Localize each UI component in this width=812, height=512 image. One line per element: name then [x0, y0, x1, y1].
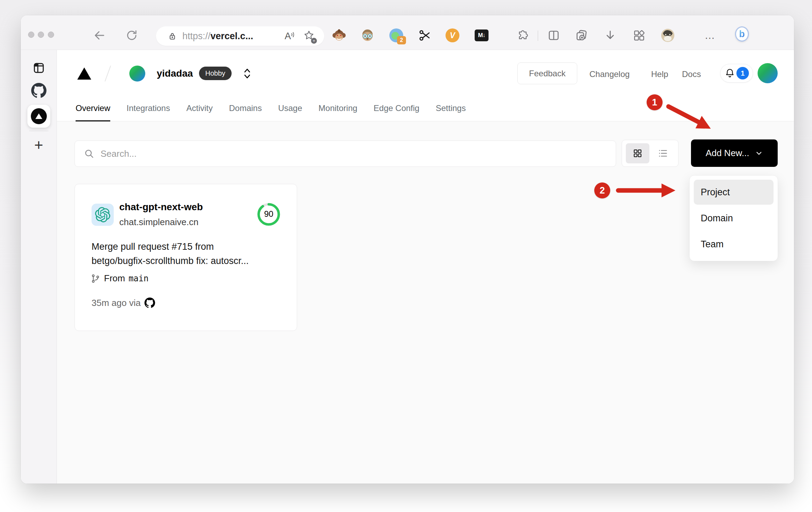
score-value: 90 [264, 209, 274, 219]
reload-button[interactable] [125, 28, 139, 42]
collections-button[interactable] [575, 28, 588, 42]
sidebar-divider [29, 131, 49, 131]
openai-logo-icon [95, 207, 110, 222]
browser-profile-button[interactable] [661, 28, 675, 42]
download-icon [604, 29, 616, 42]
notification-count-badge: 1 [736, 67, 749, 79]
bell-icon [725, 68, 735, 78]
puzzle-icon [516, 29, 528, 42]
collections-icon [575, 29, 588, 42]
extension-sloth[interactable] [361, 28, 374, 42]
star-plus-icon: + [311, 38, 317, 44]
toolbar-separator [538, 31, 538, 41]
list-view-icon [658, 148, 668, 158]
team-switcher-chevrons-icon[interactable] [243, 68, 252, 79]
project-domain[interactable]: chat.simplenaive.cn [119, 217, 198, 228]
favorite-button[interactable]: + [303, 30, 314, 42]
read-aloud-button[interactable]: A [285, 31, 295, 42]
scissors-icon [418, 29, 431, 42]
deployment-meta: 35m ago via [92, 297, 155, 308]
link-changelog[interactable]: Changelog [589, 69, 630, 79]
add-new-button[interactable]: Add New... [691, 139, 778, 167]
sidebar-github-button[interactable] [31, 83, 47, 99]
deploy-time: 35m ago via [92, 298, 141, 308]
split-screen-button[interactable] [547, 28, 561, 42]
sidebar-vercel-tab-active[interactable] [27, 105, 50, 128]
window-zoom-button[interactable] [48, 32, 54, 38]
tab-overview[interactable]: Overview [76, 95, 110, 121]
tab-usage[interactable]: Usage [278, 95, 302, 121]
extensions-menu-button[interactable] [515, 28, 529, 42]
user-avatar[interactable] [758, 63, 778, 83]
back-arrow-icon [93, 29, 106, 42]
extension-markdown[interactable]: M↓ [475, 28, 489, 42]
github-source-icon [144, 297, 155, 308]
ellipsis-icon: … [705, 29, 716, 41]
tab-edge-config[interactable]: Edge Config [374, 95, 420, 121]
git-branch-icon [91, 274, 101, 283]
window-close-button[interactable] [28, 32, 34, 38]
lock-icon [168, 31, 177, 41]
dropdown-item-team[interactable]: Team [694, 232, 774, 257]
github-icon [31, 83, 47, 99]
window-minimize-button[interactable] [38, 32, 44, 38]
dropdown-item-label: Project [701, 187, 730, 198]
grid-view-button[interactable] [626, 143, 649, 163]
extension-clipper[interactable] [418, 28, 432, 42]
more-options-button[interactable]: … [703, 28, 717, 42]
extension-video-downloader[interactable]: V [446, 28, 459, 42]
apps-grid-icon [633, 29, 645, 42]
edge-sidebar: + [21, 50, 57, 484]
tab-integrations[interactable]: Integrations [127, 95, 170, 121]
cat-avatar [661, 28, 675, 43]
extension-tab-manager[interactable]: 2 [389, 28, 403, 42]
sloth-face-icon [361, 28, 374, 42]
tab-domains[interactable]: Domains [229, 95, 262, 121]
tab-activity[interactable]: Activity [186, 95, 213, 121]
blue-green-circle-icon: 2 [389, 28, 403, 42]
url-host: vercel.c... [210, 31, 253, 41]
sidebar-panel-button[interactable] [33, 62, 45, 74]
sidebar-panel-icon [33, 62, 45, 74]
tab-monitoring[interactable]: Monitoring [319, 95, 357, 121]
team-name: yidadaa [157, 68, 193, 79]
back-button[interactable] [93, 28, 106, 42]
list-view-button[interactable] [651, 143, 675, 163]
plus-icon: + [34, 137, 43, 153]
url-text: https://vercel.c... [182, 31, 253, 42]
downloads-button[interactable] [603, 28, 617, 42]
sidebar-add-button[interactable]: + [34, 137, 43, 153]
address-bar[interactable]: https://vercel.c... A + [156, 26, 324, 46]
plan-badge: Hobby [199, 67, 232, 80]
project-name: chat-gpt-next-web [119, 202, 203, 213]
link-help[interactable]: Help [651, 69, 668, 79]
breadcrumb-slash [105, 66, 111, 82]
branch-from-label: From [104, 273, 125, 284]
commit-message-line1: Merge pull request #715 from [92, 240, 214, 254]
reader-a-icon: A [285, 31, 291, 42]
markdown-ext-icon: M↓ [475, 29, 489, 41]
add-new-label: Add New... [706, 148, 749, 159]
bing-chat-button[interactable]: b [735, 27, 749, 41]
project-card[interactable]: chat-gpt-next-web chat.simplenaive.cn 90… [75, 184, 297, 331]
browser-window: https://vercel.c... A + [21, 15, 794, 484]
search-input[interactable] [101, 148, 616, 159]
dropdown-item-project[interactable]: Project [694, 180, 774, 205]
link-docs[interactable]: Docs [682, 69, 701, 79]
lighthouse-score-ring: 90 [257, 202, 281, 227]
feedback-label: Feedback [529, 69, 565, 78]
extension-tampermonkey[interactable] [332, 28, 346, 42]
annotation-step-1: 1 [647, 94, 663, 110]
feedback-button[interactable]: Feedback [517, 62, 577, 84]
dashboard-content: Add New... Project Domain Team chat-gpt-… [57, 121, 794, 484]
apps-button[interactable] [632, 28, 646, 42]
tab-settings[interactable]: Settings [436, 95, 466, 121]
dropdown-item-domain[interactable]: Domain [694, 206, 774, 231]
vercel-dashboard: yidadaa Hobby Feedback Changelog Help Do… [57, 50, 794, 484]
grid-view-icon [633, 148, 642, 158]
monkey-icon [332, 28, 346, 42]
team-avatar [129, 66, 145, 82]
notifications-button[interactable]: 1 [720, 64, 753, 83]
video-ext-icon: V [446, 28, 459, 42]
chevron-down-icon [755, 149, 763, 157]
